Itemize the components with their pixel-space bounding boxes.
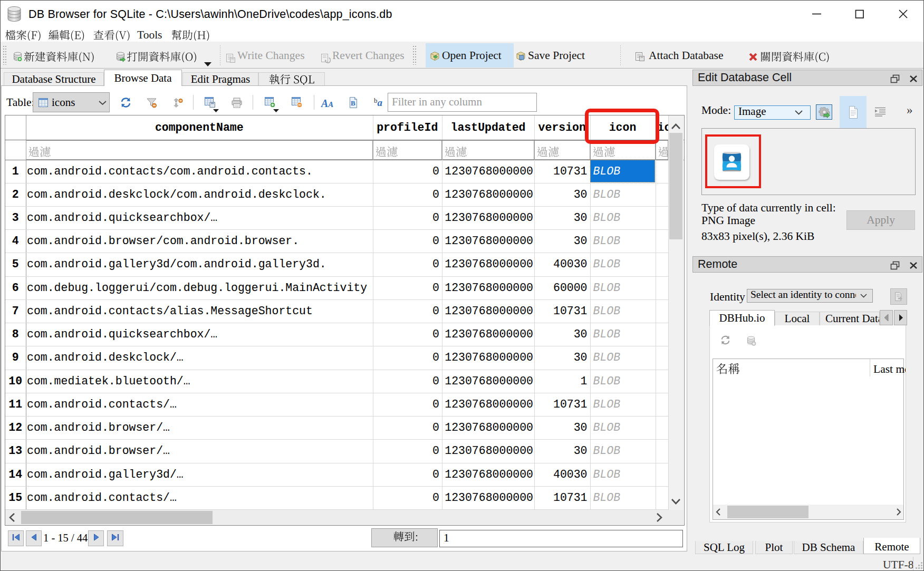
svg-text:B: B	[351, 99, 355, 107]
